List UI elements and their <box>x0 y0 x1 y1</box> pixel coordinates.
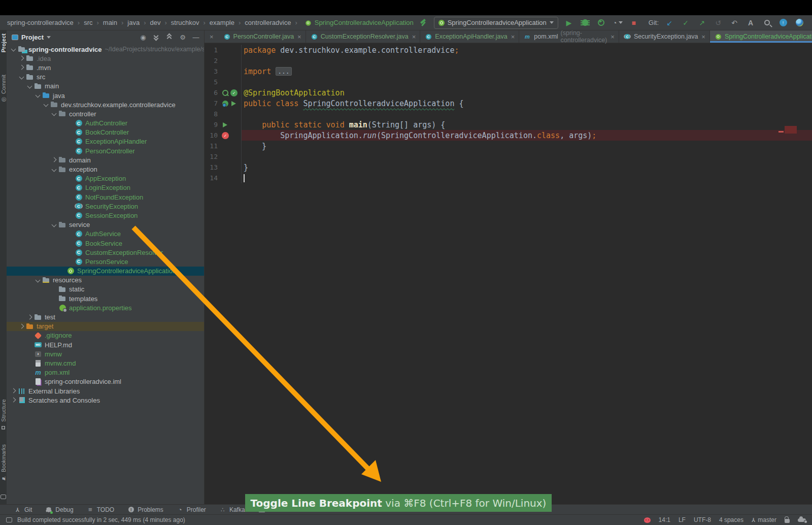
line-number[interactable]: 13 <box>205 163 221 171</box>
editor-tab[interactable]: pom.xml (spring-controlleradvice) <box>519 30 619 43</box>
breadcrumb-item[interactable]: controlleradvice <box>236 19 293 26</box>
line-number[interactable]: 14 <box>205 174 221 182</box>
line-number[interactable]: 12 <box>205 153 221 160</box>
tree-row[interactable]: pom.xml <box>7 368 204 377</box>
tool-window-button[interactable]: Commit <box>0 75 7 103</box>
tree-row[interactable]: resources <box>7 276 204 285</box>
editor-tab[interactable]: SpringControlleradviceApplication.java <box>710 30 812 43</box>
tree-row[interactable]: AuthController <box>7 119 204 128</box>
close-tab-icon[interactable] <box>510 33 515 41</box>
tool-window-button[interactable]: Kafka <box>219 506 245 513</box>
tree-row[interactable]: src <box>7 73 204 82</box>
settings-sync-cloud-icon[interactable] <box>798 518 806 522</box>
tree-row[interactable]: NotFoundException <box>7 192 204 202</box>
tree-row[interactable]: ExceptionApiHandler <box>7 137 204 146</box>
editor-tab[interactable]: CustomExceptionResolver.java <box>306 30 421 43</box>
caret-position[interactable]: 14:1 <box>659 516 670 523</box>
search-everywhere-button[interactable] <box>761 17 772 28</box>
editor-line[interactable]: 11 } <box>205 141 812 151</box>
project-panel-title[interactable]: Project <box>12 34 51 41</box>
run-button[interactable]: ▶ <box>563 17 574 28</box>
editor-line[interactable]: 5 <box>205 77 812 87</box>
tree-row[interactable]: static <box>7 285 204 294</box>
tree-row[interactable]: service <box>7 220 204 229</box>
git-update-button[interactable]: ↙ <box>664 17 675 28</box>
tool-window-button[interactable]: Problems <box>127 506 163 513</box>
editor-line[interactable]: 2 <box>205 55 812 66</box>
tree-row[interactable]: spring-controlleradvice.iml <box>7 377 204 386</box>
profile-avatar[interactable] <box>794 17 805 28</box>
tool-window-button[interactable]: TODO <box>87 506 114 513</box>
line-number[interactable]: 8 <box>205 110 221 118</box>
tree-row[interactable]: mvnw <box>7 349 204 358</box>
close-tab-icon[interactable] <box>700 33 705 41</box>
tree-row[interactable]: dev.struchkov.example.controlleradvice <box>7 100 204 109</box>
git-push-button[interactable]: ↗ <box>696 17 707 28</box>
breadcrumb-active-item[interactable]: SpringControlleradviceApplication <box>293 19 413 27</box>
breadcrumb-item[interactable]: java <box>119 19 142 26</box>
tree-row[interactable]: templates <box>7 294 204 303</box>
breadcrumb-item[interactable]: src <box>76 19 95 26</box>
tree-row[interactable]: AppException <box>7 174 204 183</box>
stop-button[interactable]: ■ <box>628 17 639 28</box>
tree-row[interactable]: CustomExceptionResolver <box>7 248 204 257</box>
line-number[interactable]: 5 <box>205 78 221 86</box>
history-button[interactable]: ↺ <box>713 17 724 28</box>
breadcrumb-item[interactable]: main <box>94 19 119 26</box>
tree-row[interactable]: test <box>7 312 204 321</box>
tool-window-button[interactable]: Git <box>14 506 32 513</box>
editor-line[interactable]: 3 import ... <box>205 66 812 77</box>
tree-row[interactable]: SessionException <box>7 211 204 220</box>
editor-line[interactable]: 14 <box>205 173 812 183</box>
gutter-icon[interactable] <box>222 121 229 128</box>
overflow-tab-close-icon[interactable] <box>205 30 219 43</box>
tree-row[interactable]: PersonController <box>7 146 204 155</box>
tree-row[interactable]: AuthService <box>7 229 204 239</box>
gutter-icon[interactable] <box>230 89 238 96</box>
translate-button[interactable]: A <box>745 17 756 28</box>
error-stripe-breakpoint-mark[interactable] <box>785 126 797 134</box>
tree-row[interactable]: spring-controlleradvice ~/IdeaProjects/s… <box>7 45 204 54</box>
tree-row[interactable]: .gitignore <box>7 331 204 340</box>
line-separator[interactable]: LF <box>679 516 686 523</box>
breadcrumb-item[interactable]: example <box>201 19 236 26</box>
tree-row[interactable]: main <box>7 82 204 91</box>
tree-row[interactable]: target <box>7 322 204 331</box>
tree-row[interactable]: application.properties <box>7 303 204 312</box>
tree-row[interactable]: .mvn <box>7 63 204 72</box>
tree-row[interactable]: mvnw.cmd <box>7 358 204 368</box>
line-number[interactable]: 7 <box>205 100 221 107</box>
git-commit-button[interactable]: ✓ <box>680 17 691 28</box>
tree-row[interactable]: exception <box>7 165 204 174</box>
lock-icon[interactable] <box>785 519 790 523</box>
settings-gear-icon[interactable]: ⚙ <box>178 34 188 41</box>
tree-row[interactable]: PersonService <box>7 257 204 266</box>
tree-row[interactable]: SpringControlleradviceApplication <box>7 267 204 276</box>
gutter-icon[interactable] <box>230 100 238 107</box>
tree-row[interactable]: BookService <box>7 239 204 248</box>
gutter-icon[interactable] <box>222 100 229 107</box>
hide-panel-icon[interactable]: — <box>191 34 201 41</box>
tool-window-button[interactable]: Project <box>0 34 7 61</box>
tool-window-button[interactable]: Structure <box>0 399 7 431</box>
tree-row[interactable]: Scratches and Consoles <box>7 396 204 405</box>
editor-line[interactable]: 8 <box>205 109 812 119</box>
tool-window-button[interactable]: Debug <box>45 506 73 513</box>
editor-line[interactable]: 7 public class SpringControlleradviceApp… <box>205 98 812 109</box>
plugin-status-icon[interactable] <box>644 517 651 523</box>
tree-row[interactable]: .idea <box>7 54 204 63</box>
gutter-icon[interactable] <box>222 89 229 96</box>
code-editor[interactable]: ✓ 1 package dev.struchkov.exam <box>205 43 812 504</box>
coverage-button[interactable] <box>596 17 607 28</box>
editor-tab[interactable]: SecurityException.java <box>619 30 710 43</box>
tree-row[interactable]: BookController <box>7 128 204 137</box>
tool-window-button[interactable]: Bookmarks <box>0 444 7 481</box>
close-tab-icon[interactable] <box>296 33 301 41</box>
tree-row[interactable]: HELP.md <box>7 340 204 349</box>
close-tab-icon[interactable] <box>610 33 615 41</box>
breadcrumb-item[interactable]: struchkov <box>163 19 201 26</box>
editor-tab[interactable]: PersonController.java <box>219 30 306 43</box>
editor-line[interactable]: 9 public static void main(String[] args)… <box>205 119 812 130</box>
editor-line[interactable]: 13 } <box>205 162 812 173</box>
editor-line[interactable]: 10 SpringApplication.run(SpringControlle… <box>205 130 812 141</box>
